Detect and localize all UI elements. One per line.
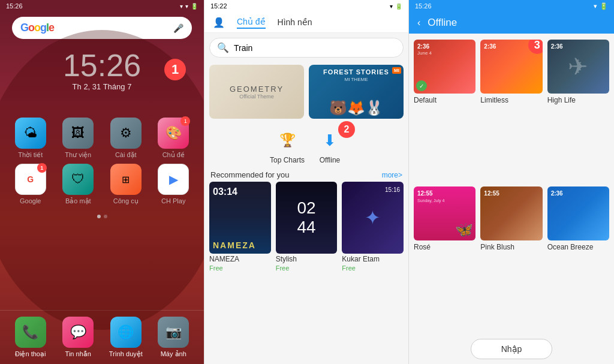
geometry-sub: Official Theme [239, 94, 274, 100]
card-nameza[interactable]: 03:14 NAMEZA NAMEZA Free [209, 182, 271, 272]
library-icon: 🖼 [62, 118, 94, 149]
message-icon: 💬 [62, 317, 94, 348]
library-label: Thư viện [65, 151, 91, 159]
home-status-bar: 15:26 ▾ ▾ 🔋 [0, 0, 204, 12]
search-input[interactable] [234, 43, 396, 53]
theme-status-bar: 15:22 ▾ 🔋 [204, 0, 408, 12]
card-kukar[interactable]: 15:16 ✦ Kukar Etam Free [342, 182, 404, 272]
banner-geometry[interactable]: GEOMETRY Official Theme [209, 65, 304, 119]
home-screen: 15:26 ▾ ▾ 🔋 Google 🎤 15:26 Th 2, 31 Thán… [0, 0, 204, 364]
stylish-title: Stylish [276, 255, 338, 263]
phone-label: Điện thoại [15, 350, 46, 358]
pinkblush-time: 12:55 [484, 190, 499, 197]
home-status-icons: ▾ ▾ 🔋 [180, 3, 198, 10]
settings-icon: ⚙ [110, 118, 142, 149]
oceanbreeze-time: 2:36 [551, 190, 563, 197]
theme-item-oceanbreeze[interactable]: 2:36 Ocean Breeze [547, 186, 609, 329]
google-badge: 1 [37, 163, 47, 173]
home-status-time: 15:26 [6, 2, 23, 10]
back-button[interactable]: ‹ [417, 17, 420, 28]
cat-offline[interactable]: ⬇ Offline 2 [317, 127, 343, 164]
recommended-more[interactable]: more> [382, 171, 402, 179]
rose-time: 12:55 [417, 190, 433, 197]
theme-search-bar[interactable]: 🔍 [209, 38, 404, 58]
stylish-price: Free [276, 264, 338, 272]
import-button[interactable]: Nhập [471, 339, 553, 359]
user-icon[interactable]: 👤 [213, 17, 225, 28]
security-icon: 🛡 [62, 164, 94, 195]
theme-wifi-icon: ▾ [390, 3, 393, 10]
app-weather[interactable]: 🌤 Thời tiết [10, 118, 52, 159]
forest-title: FOREST STORIES [309, 68, 404, 76]
browser-label: Trình duyệt [109, 350, 143, 358]
app-tools[interactable]: ⊞ Công cụ [105, 164, 147, 205]
step3-badge: 3 [528, 40, 543, 54]
offline-status-bar: 15:26 ▾ 🔋 [409, 0, 614, 12]
page-dots [0, 215, 204, 218]
app-camera[interactable]: 📷 Máy ảnh [153, 317, 195, 358]
theme-store-screen: 15:22 ▾ 🔋 👤 Chủ đề Hình nền 🔍 GEOMETRY O… [204, 0, 409, 364]
kukar-title: Kukar Etam [342, 255, 404, 263]
limitless-name: Limitless [480, 96, 542, 104]
geometry-title: GEOMETRY [230, 85, 284, 94]
home-apps-row1: 🌤 Thời tiết 🖼 Thư viện ⚙ Cài đặt 🎨 1 Chủ… [0, 106, 204, 164]
recommended-section: Recommended for you more> [204, 167, 408, 182]
app-library[interactable]: 🖼 Thư viện [58, 118, 100, 159]
kukar-price: Free [342, 264, 404, 272]
top-charts-label: Top Charts [270, 156, 305, 164]
signal-icon: ▾ [185, 3, 188, 10]
banner-forest[interactable]: MI FOREST STORIES MI THEME 🐻🦊🐰 [309, 65, 404, 119]
stylish-thumbnail: 0244 [276, 182, 338, 254]
default-name: Default [414, 96, 475, 104]
theme-item-pinkblush[interactable]: 12:55 Pink Blush [480, 186, 542, 329]
theme-badge: 1 [180, 116, 190, 126]
theme-cards: 03:14 NAMEZA NAMEZA Free 0244 Stylish Fr… [204, 182, 408, 276]
app-message[interactable]: 💬 Tin nhắn [58, 317, 100, 358]
google-mic-icon[interactable]: 🎤 [173, 23, 183, 33]
recommended-title: Recommended for you [210, 170, 290, 179]
cat-top-charts[interactable]: 🏆 Top Charts [270, 127, 305, 164]
offline-battery-icon: 🔋 [600, 2, 608, 10]
app-theme[interactable]: 🎨 1 Chủ đề [153, 118, 195, 159]
offline-wifi-icon: ▾ [594, 2, 597, 10]
theme-status-icons: ▾ 🔋 [390, 3, 402, 10]
offline-themes-grid: 2:36 June 4 ✓ Default 2:36 3 Limitless 2… [409, 34, 614, 334]
app-phone[interactable]: 📞 Điện thoại [10, 317, 52, 358]
google-logo: Google [20, 22, 54, 34]
selected-check-icon: ✓ [416, 80, 427, 91]
nameza-price: Free [209, 264, 271, 272]
trophy-icon: 🏆 [274, 127, 300, 154]
theme-item-limitless[interactable]: 2:36 3 Limitless [480, 40, 542, 182]
kukar-clock: 15:16 [385, 186, 400, 193]
theme-item-rose[interactable]: 12:55 Sunday, July 4 🦋 Rosé [414, 186, 475, 329]
card-stylish[interactable]: 0244 Stylish Free [276, 182, 338, 272]
nameza-title: NAMEZA [209, 255, 271, 263]
search-icon: 🔍 [217, 42, 229, 53]
offline-header: ‹ Offline [409, 12, 614, 34]
step1-badge: 1 [164, 59, 186, 80]
tools-icon: ⊞ [110, 164, 142, 195]
theme-categories: 🏆 Top Charts ⬇ Offline 2 [204, 124, 408, 167]
camera-icon: 📷 [158, 317, 189, 348]
app-security[interactable]: 🛡 Bảo mật [58, 164, 100, 205]
nameza-name-label: NAMEZA [213, 240, 256, 250]
app-settings[interactable]: ⚙ Cài đặt [105, 118, 147, 159]
app-play[interactable]: ▶ CH Play [153, 164, 195, 205]
rose-thumbnail: 12:55 Sunday, July 4 🦋 [414, 186, 475, 240]
tab-hinh-nen[interactable]: Hình nền [278, 16, 312, 28]
security-label: Bảo mật [65, 197, 91, 205]
forest-animals: 🐻🦊🐰 [329, 100, 383, 116]
tab-chu-de[interactable]: Chủ đề [237, 16, 266, 29]
google-app-icon: G 1 [15, 164, 46, 195]
theme-nav: 👤 Chủ đề Hình nền [204, 12, 408, 33]
default-thumbnail: 2:36 June 4 ✓ [414, 40, 475, 94]
limitless-thumbnail: 2:36 3 [480, 40, 542, 94]
message-label: Tin nhắn [65, 350, 91, 358]
theme-item-default[interactable]: 2:36 June 4 ✓ Default [414, 40, 475, 182]
browser-icon: 🌐 [110, 317, 142, 348]
google-search-bar[interactable]: Google 🎤 [12, 17, 192, 39]
theme-item-highlife[interactable]: 2:36 ✈ High Life [547, 40, 609, 182]
offline-title: Offline [428, 17, 457, 29]
app-google[interactable]: G 1 Google [10, 164, 52, 205]
app-browser[interactable]: 🌐 Trình duyệt [105, 317, 147, 358]
